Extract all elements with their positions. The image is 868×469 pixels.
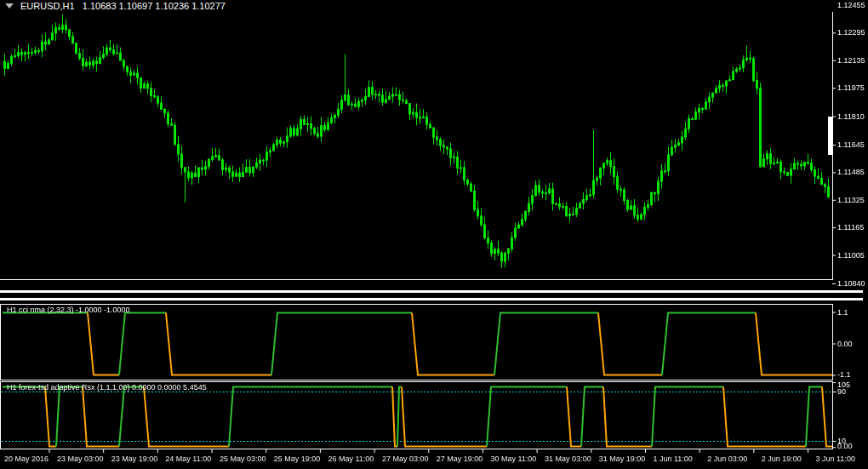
date-axis-label: 30 May 11:00	[490, 455, 536, 463]
price-scale-marker[interactable]	[828, 117, 832, 155]
cci-axis-label: -1.1	[837, 370, 851, 379]
chart-title: EURUSD,H1 1.10683 1.10697 1.10236 1.1027…	[20, 1, 226, 11]
date-axis-label: 2 Jun 03:00	[707, 455, 747, 463]
date-axis-label: 27 May 19:00	[437, 455, 483, 463]
date-axis-label: 31 May 19:00	[599, 455, 646, 463]
price-axis-label: 1.10840	[837, 279, 865, 288]
cci-axis-label: 1.1	[837, 308, 848, 317]
date-axis-label: 3 Jun 11:00	[816, 455, 855, 463]
main-chart-right-border	[832, 12, 833, 280]
rsx-axis-label: 0.00	[837, 442, 853, 450]
window-separator[interactable]	[0, 290, 863, 293]
price-axis-label: 1.11165	[837, 223, 864, 232]
date-axis-label: 24 May 11:00	[165, 455, 211, 463]
price-axis-label: 1.12295	[837, 28, 865, 37]
date-axis-label: 27 May 03:00	[382, 455, 429, 463]
main-chart-bottom-border	[0, 279, 832, 280]
date-axis-label: 25 May 03:00	[220, 455, 266, 463]
cci-axis-label: 0.00	[837, 340, 853, 348]
price-axis-label: 1.11005	[837, 251, 865, 260]
date-axis-label: 31 May 03:00	[545, 455, 591, 463]
chart-title-bar: EURUSD,H1 1.10683 1.10697 1.10236 1.1027…	[0, 0, 868, 12]
mt4-chart-window: EURUSD,H1 1.10683 1.10697 1.10236 1.1027…	[0, 0, 868, 469]
cci-indicator-label: H1 cci nma (2,32,3) -1.0000 -1.0000	[7, 306, 130, 314]
price-axis-label: 1.12455	[837, 1, 865, 9]
chart-canvas[interactable]	[0, 0, 868, 469]
date-axis-label: 23 May 03:00	[57, 455, 104, 463]
price-axis-label: 1.11645	[837, 140, 865, 149]
date-axis-label: 23 May 19:00	[111, 455, 158, 463]
window-separator[interactable]	[0, 298, 863, 300]
date-axis-label: 26 May 11:00	[328, 455, 374, 463]
price-axis-label: 1.11810	[837, 112, 865, 121]
date-axis-label: 20 May 2016	[4, 455, 49, 463]
rsx-indicator-label: H1 forex-tsd adaptive Rsx (1,1,1,00) 0.0…	[7, 383, 207, 392]
price-axis-label: 1.12135	[837, 56, 865, 65]
price-axis-label: 1.11325	[837, 196, 865, 204]
rsx-axis-label: 90	[837, 387, 846, 396]
date-axis-label: 1 Jun 11:00	[653, 455, 692, 463]
date-axis-label: 2 Jun 19:00	[762, 455, 802, 463]
chart-menu-triangle-icon[interactable]	[5, 3, 14, 9]
price-axis-label: 1.11485	[837, 168, 865, 176]
price-axis-label: 1.11975	[837, 83, 865, 92]
date-axis-label: 25 May 19:00	[274, 455, 321, 463]
